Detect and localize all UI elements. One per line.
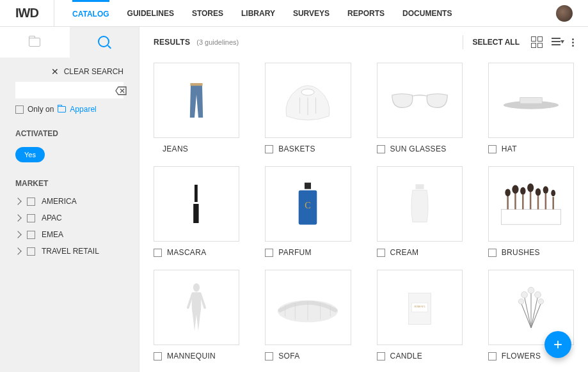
search-icon — [98, 36, 111, 49]
product-card-brushes: BRUSHES — [488, 166, 574, 257]
apparel-link[interactable]: Apparel — [70, 105, 96, 114]
product-checkbox[interactable] — [377, 352, 385, 360]
product-checkbox[interactable] — [377, 249, 385, 257]
product-thumb[interactable]: ROSE N°5 — [377, 270, 463, 345]
svg-point-41 — [528, 287, 534, 293]
sort-icon[interactable] — [552, 38, 563, 47]
product-checkbox[interactable] — [265, 352, 273, 360]
folder-small-icon — [58, 106, 66, 112]
market-item-america[interactable]: AMERICA — [0, 193, 139, 210]
product-checkbox[interactable] — [488, 249, 497, 257]
product-checkbox[interactable] — [488, 145, 497, 153]
market-checkbox[interactable] — [27, 214, 35, 222]
nav-guidelines[interactable]: GUIDELINES — [127, 0, 174, 26]
results-toolbar: RESULTS (3 guidelines) SELECT ALL — [139, 27, 588, 58]
product-card-candle: ROSE N°5 CANDLE — [377, 270, 463, 360]
product-thumb[interactable] — [265, 63, 351, 138]
product-thumb[interactable] — [154, 63, 239, 138]
market-label: TRAVEL RETAIL — [42, 247, 99, 256]
product-checkbox[interactable] — [265, 145, 273, 153]
svg-point-22 — [536, 188, 541, 196]
add-fab-button[interactable]: + — [544, 331, 571, 358]
product-thumb[interactable] — [154, 270, 239, 345]
svg-point-25 — [193, 283, 200, 291]
grid-view-icon[interactable] — [531, 36, 543, 48]
nav-documents[interactable]: DOCUMENTS — [402, 0, 452, 26]
product-thumb[interactable] — [377, 166, 463, 242]
select-all-button[interactable]: SELECT ALL — [472, 38, 520, 47]
chevron-right-icon — [14, 198, 21, 205]
market-checkbox[interactable] — [27, 198, 35, 206]
product-checkbox[interactable] — [154, 249, 162, 257]
product-grid: JEANS BASKETS — [154, 63, 574, 360]
search-field[interactable] — [15, 82, 123, 98]
svg-rect-0 — [191, 83, 203, 86]
tab-search[interactable] — [70, 27, 139, 58]
svg-point-19 — [512, 185, 518, 194]
chevron-right-icon — [14, 214, 21, 221]
product-card-parfum: C PARFUM — [265, 166, 351, 257]
svg-point-21 — [527, 183, 534, 192]
product-thumb[interactable] — [377, 63, 463, 138]
tab-folder[interactable] — [0, 27, 70, 58]
product-thumb[interactable] — [265, 270, 351, 345]
product-label: JEANS — [163, 144, 188, 153]
svg-text:C: C — [305, 200, 312, 210]
market-item-emea[interactable]: EMEA — [0, 226, 139, 243]
only-on-row: Only on Apparel — [0, 105, 139, 124]
main-panel: RESULTS (3 guidelines) SELECT ALL JEANS — [139, 27, 588, 372]
user-avatar[interactable] — [556, 5, 573, 22]
only-on-checkbox[interactable] — [15, 105, 24, 114]
market-item-apac[interactable]: APAC — [0, 210, 139, 226]
product-thumb[interactable]: C — [265, 166, 351, 242]
market-label: EMEA — [42, 230, 63, 239]
product-checkbox[interactable] — [154, 352, 162, 360]
product-card-sunglasses: SUN GLASSES — [377, 63, 463, 153]
svg-point-1 — [301, 89, 314, 95]
svg-point-44 — [518, 298, 523, 304]
nav-surveys[interactable]: SURVEYS — [293, 0, 330, 26]
svg-text:ROSE N°5: ROSE N°5 — [414, 306, 425, 308]
close-icon: ✕ — [51, 66, 59, 77]
toggle-dot: • — [50, 150, 63, 160]
svg-point-24 — [551, 190, 555, 196]
nav-reports[interactable]: REPORTS — [347, 0, 385, 26]
product-thumb[interactable] — [488, 63, 574, 138]
market-checkbox[interactable] — [27, 247, 35, 256]
product-card-sofa: SOFA — [265, 270, 351, 360]
svg-point-23 — [543, 186, 548, 194]
sidebar: ✕ CLEAR SEARCH Only on Apparel ACTIVATED… — [0, 27, 139, 372]
nav-stores[interactable]: STORES — [192, 0, 223, 26]
activated-toggle: Yes • No — [0, 143, 139, 174]
toggle-yes[interactable]: Yes — [15, 147, 45, 162]
svg-line-37 — [531, 297, 538, 328]
nav-library[interactable]: LIBRARY — [241, 0, 275, 26]
chevron-right-icon — [14, 231, 21, 238]
clear-search-label: CLEAR SEARCH — [64, 67, 123, 76]
product-label: BRUSHES — [502, 248, 540, 257]
product-card-cream: CREAM — [377, 166, 463, 257]
product-checkbox[interactable] — [265, 249, 273, 257]
clear-search-button[interactable]: ✕ CLEAR SEARCH — [0, 58, 139, 82]
product-thumb[interactable] — [488, 166, 574, 242]
market-checkbox[interactable] — [27, 231, 35, 239]
market-label: APAC — [42, 213, 62, 222]
search-input[interactable] — [19, 82, 115, 98]
product-checkbox[interactable] — [377, 145, 385, 153]
svg-line-39 — [521, 303, 530, 328]
product-label: SOFA — [278, 352, 299, 360]
product-card-jeans: JEANS — [154, 63, 239, 153]
market-label: AMERICA — [42, 197, 77, 206]
svg-rect-9 — [415, 184, 424, 189]
backspace-icon[interactable] — [115, 86, 125, 94]
svg-rect-6 — [305, 182, 311, 189]
results-count: (3 guidelines) — [196, 38, 239, 46]
more-menu-icon[interactable] — [572, 38, 574, 47]
product-thumb[interactable] — [154, 166, 239, 242]
product-card-baskets: BASKETS — [265, 63, 351, 153]
product-checkbox[interactable] — [488, 352, 497, 360]
nav-catalog[interactable]: CATALOG — [72, 0, 109, 26]
market-item-travel-retail[interactable]: TRAVEL RETAIL — [0, 243, 139, 260]
toggle-no-label: No — [63, 151, 72, 159]
svg-point-42 — [534, 291, 541, 298]
